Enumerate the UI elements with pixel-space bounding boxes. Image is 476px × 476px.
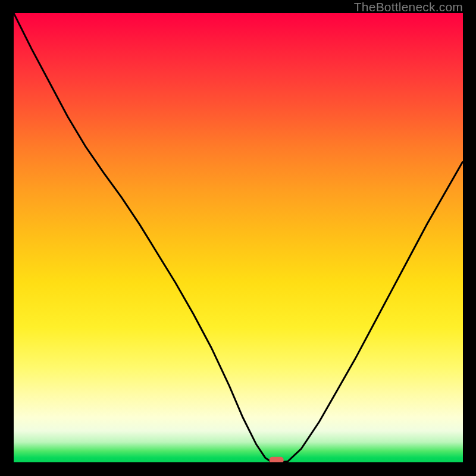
- chart-container: TheBottleneck.com: [0, 0, 476, 476]
- minimum-marker: [270, 457, 284, 462]
- attribution-label: TheBottleneck.com: [354, 0, 463, 14]
- bottleneck-curve-path: [14, 13, 463, 462]
- plot-area: [14, 13, 463, 462]
- curve-svg: [14, 13, 463, 462]
